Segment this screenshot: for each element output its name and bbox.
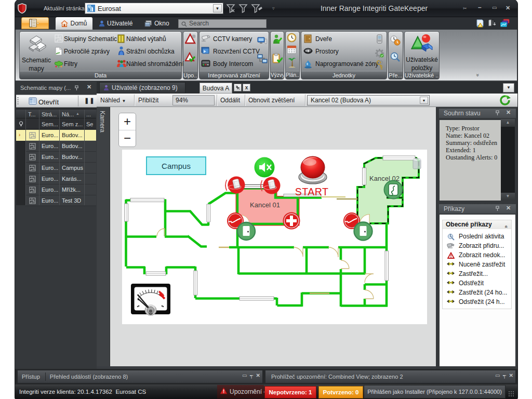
svg-text:Campus: Campus — [162, 162, 191, 170]
svg-text:Kancel 01: Kancel 01 — [250, 201, 280, 209]
svg-text:START: START — [295, 186, 329, 197]
